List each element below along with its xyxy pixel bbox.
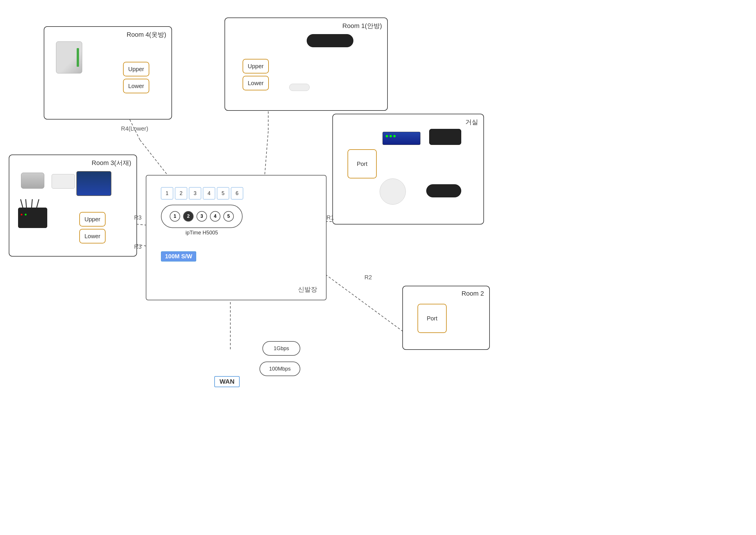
livingroom-port-box: Port [348,149,377,179]
diagram-container: Room 4(옷방) Upper Lower R4(Lower) Room 1(… [0,0,756,535]
iptime-device: 1 2 3 4 5 ipTime H5005 [161,205,242,236]
room4-box: Room 4(옷방) Upper Lower [44,26,172,120]
r4-lower-label: R4(Lower) [121,126,148,132]
wan-label: WAN [214,376,240,387]
central-label: 신발장 [298,285,317,294]
room3-box: Room 3(서재) Upper [9,155,137,257]
switch-label-box: 100M S/W [161,251,196,262]
airport-device [52,174,75,189]
room3-label: Room 3(서재) [92,158,131,167]
nas-device [56,42,82,73]
port-4: 4 [203,187,215,199]
iptime-label: ipTime H5005 [161,230,242,236]
livingroom-label: 거실 [465,118,478,127]
port-2: 2 [175,187,187,199]
net-switch-device [382,132,420,145]
iptime-port-5: 5 [223,211,234,222]
iptime-port-2: 2 [183,211,194,222]
room4-port-group: Upper Lower [123,62,149,93]
port-row-top: 1 2 3 4 5 6 [161,187,243,199]
port-1: 1 [161,187,173,199]
room1-lower-box: Lower [242,76,269,90]
room3-lower-box: Lower [79,229,105,243]
dongle-device [289,84,310,91]
room2-port-box: Port [417,304,447,333]
room2-box: Room 2 Port [402,286,490,350]
r3-upper-label: R3 [134,214,142,221]
r3-lower-label: R3 [134,243,142,250]
room3-port-group: Upper Lower [79,212,105,243]
speaker-device [307,34,353,47]
iptime-port-1: 1 [170,211,180,222]
room1-label: Room 1(안방) [342,21,382,30]
room2-label: Room 2 [462,290,484,297]
r1-label: R1 [326,214,334,221]
black-disc-device [426,184,461,197]
port-3: 3 [189,187,201,199]
room1-port-group: Upper Lower [242,59,269,90]
port-6: 6 [231,187,243,199]
central-box: 신발장 1 2 3 4 5 6 1 2 3 4 5 ipTime H5005 1… [146,175,326,300]
room1-upper-box: Upper [242,59,269,73]
room3-upper-box: Upper [79,212,105,227]
livingroom-box: 거실 Port [332,114,484,224]
legend-gbps: 1Gbps [263,341,300,356]
room1-box: Room 1(안방) Upper Lower [225,17,388,111]
room4-lower-box: Lower [123,79,149,93]
black-box-device [429,129,461,145]
room4-upper-box: Upper [123,62,149,76]
r2-label: R2 [364,274,372,281]
mac-mini-device [21,173,44,189]
router-device [18,208,47,228]
legend-mbps: 100Mbps [260,361,300,376]
port-5: 5 [217,187,229,199]
laptop-device [76,171,111,196]
room4-label: Room 4(옷방) [126,30,166,39]
iptime-port-4: 4 [210,211,220,222]
iptime-port-3: 3 [197,211,207,222]
ap-device [379,179,406,205]
